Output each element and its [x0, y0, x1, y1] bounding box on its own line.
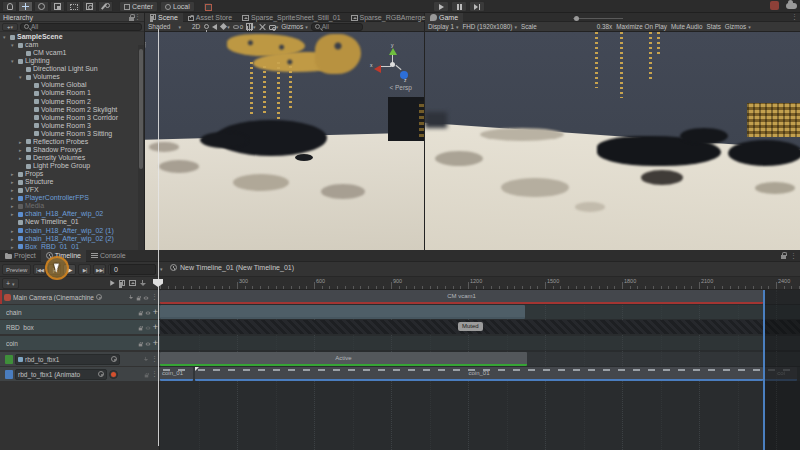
expand-arrow-icon[interactable]: ▸	[19, 138, 24, 146]
collab-alert-icon[interactable]	[770, 1, 779, 10]
timeline-end-marker[interactable]	[763, 290, 765, 450]
lighting-toggle-icon[interactable]	[204, 24, 209, 29]
track-menu-icon[interactable]: ⋮	[151, 371, 158, 377]
scene-visibility-toggle[interactable]: 0	[233, 24, 243, 30]
create-object-button[interactable]: +▾	[2, 23, 18, 31]
expand-arrow-icon[interactable]: ▸	[11, 227, 16, 235]
orientation-gizmo[interactable]: y x z	[374, 46, 410, 82]
track-binding-field[interactable]: rbd_to_fbx1	[15, 354, 120, 365]
cloud-icon[interactable]	[786, 3, 797, 9]
expand-arrow-icon[interactable]: ▸	[11, 210, 16, 218]
scale-slider-track[interactable]	[573, 18, 623, 19]
hierarchy-item[interactable]: Directional Light Sun	[0, 65, 144, 73]
tab-sparse-spritesheet[interactable]: Sparse_SpriteSheet_Still_01	[237, 13, 346, 22]
hierarchy-item[interactable]: Volume Room 1	[0, 89, 144, 97]
expand-arrow-icon[interactable]: ▸	[19, 154, 24, 162]
game-gizmos-dropdown[interactable]: Gizmos▾	[725, 23, 751, 30]
expand-arrow-icon[interactable]: ▾	[11, 41, 16, 49]
hierarchy-item[interactable]: ▾cam	[0, 41, 144, 49]
track-menu-icon[interactable]: ⋮	[151, 356, 158, 362]
step-button[interactable]	[469, 1, 485, 12]
object-picker-icon[interactable]	[96, 294, 102, 300]
hierarchy-item[interactable]: ▸Structure	[0, 178, 144, 186]
hierarchy-item[interactable]: ▸Reflection Probes	[0, 138, 144, 146]
hierarchy-item[interactable]: ▸chain_H18_After_wip_02 (2)	[0, 235, 144, 243]
eye-icon[interactable]	[144, 296, 149, 299]
timeline-clips-area[interactable]: CM vcam1 Muted Active coin_01 coin_01 co…	[160, 290, 800, 450]
x-axis-icon[interactable]	[374, 65, 381, 73]
hierarchy-item[interactable]: ▸VFX	[0, 186, 144, 194]
playhead-line[interactable]	[158, 29, 159, 446]
panel-menu-icon[interactable]: ⋮	[134, 14, 141, 20]
hierarchy-item[interactable]: Volume Room 2	[0, 98, 144, 106]
hierarchy-item[interactable]: Volume Room 3 Corridor	[0, 114, 144, 122]
track-activation[interactable]: rbd_to_fbx1 ⋮	[0, 352, 160, 366]
expand-arrow-icon[interactable]: ▸	[11, 170, 16, 178]
move-tool-button[interactable]	[18, 1, 33, 12]
track-group-chain[interactable]: chain +	[0, 305, 160, 319]
hierarchy-item[interactable]: Volume Room 3 Sitting	[0, 130, 144, 138]
hierarchy-item[interactable]: Light Probe Group	[0, 162, 144, 170]
scene-gizmos-dropdown[interactable]: Gizmos▾	[281, 23, 308, 30]
ripple-edit-icon[interactable]	[129, 280, 136, 286]
frame-options-dropdown[interactable]: ▾	[160, 266, 163, 272]
hierarchy-item[interactable]: ▸Media	[0, 202, 144, 210]
hand-tool-button[interactable]	[2, 1, 17, 12]
display-dropdown[interactable]: Display 1▾	[428, 23, 458, 30]
hierarchy-item[interactable]: ▾Lighting	[0, 57, 144, 65]
transform-tool-button[interactable]	[82, 1, 97, 12]
track-group-coin[interactable]: coin +	[0, 336, 160, 350]
eye-icon[interactable]	[145, 311, 150, 314]
scene-search-input[interactable]: All	[311, 23, 363, 31]
next-frame-button[interactable]: ▶|	[78, 264, 91, 275]
expand-arrow-icon[interactable]: ▸	[11, 202, 16, 210]
camera-dropdown[interactable]: ▾	[269, 24, 279, 30]
clip-edit-mode-icon[interactable]	[119, 280, 125, 286]
audio-toggle-icon[interactable]	[212, 24, 217, 30]
game-viewport[interactable]	[425, 32, 800, 250]
scale-tool-button[interactable]	[50, 1, 65, 12]
rotate-tool-button[interactable]	[34, 1, 49, 12]
current-frame-field[interactable]: 0	[110, 264, 156, 275]
track-binding-field[interactable]: rbd_to_fbx1 (Animato	[15, 369, 107, 380]
expand-arrow-icon[interactable]: ▸	[11, 235, 16, 243]
track-main-camera[interactable]: Main Camera (Cinemachine ⋮	[0, 290, 160, 304]
lock-icon[interactable]	[138, 327, 142, 330]
hierarchy-scrollbar[interactable]	[138, 45, 144, 263]
timeline-asset-header[interactable]: New Timeline_01 (New Timeline_01)	[170, 264, 294, 271]
orientation-toggle-button[interactable]: Local	[160, 1, 195, 12]
clip-chain-group[interactable]	[160, 305, 525, 319]
maximize-on-play-button[interactable]: Maximize On Play	[616, 23, 667, 30]
object-picker-icon[interactable]	[98, 371, 104, 377]
record-button[interactable]	[109, 370, 118, 379]
tab-scene[interactable]: Scene	[145, 13, 183, 22]
tab-console[interactable]: Console	[86, 250, 131, 262]
preview-toggle-button[interactable]: Preview	[2, 264, 31, 275]
custom-tool-button[interactable]	[98, 1, 113, 12]
track-animation[interactable]: rbd_to_fbx1 (Animato ⋮	[0, 367, 160, 381]
hierarchy-item[interactable]: ▸PlayerControllerFPS	[0, 194, 144, 202]
component-tool-icon[interactable]	[259, 23, 266, 30]
hierarchy-item[interactable]: ▸Density Volumes	[0, 154, 144, 162]
clip-cm-vcam1[interactable]: CM vcam1	[160, 290, 763, 304]
scale-slider-knob[interactable]	[574, 16, 579, 21]
2d-toggle[interactable]: 2D	[192, 23, 200, 30]
expand-arrow-icon[interactable]: ▾	[19, 73, 24, 81]
hierarchy-item[interactable]: ▾Volumes	[0, 73, 144, 81]
expand-arrow-icon[interactable]: ▾	[11, 57, 16, 65]
hierarchy-item[interactable]: ▸chain_H18_After_wip_02 (1)	[0, 227, 144, 235]
grid-snap-icon[interactable]	[203, 2, 212, 11]
lock-icon[interactable]	[138, 343, 142, 346]
hierarchy-search-input[interactable]: All	[20, 23, 142, 31]
object-picker-icon[interactable]	[111, 356, 117, 362]
mute-icon[interactable]	[144, 357, 148, 361]
clip-active[interactable]: Active	[160, 352, 527, 366]
panel-menu-icon[interactable]: ⋮	[790, 253, 797, 259]
effects-dropdown[interactable]: ▾	[220, 23, 230, 30]
lock-icon[interactable]	[138, 312, 142, 315]
hierarchy-item[interactable]: ▸chain_H18_After_wip_02	[0, 210, 144, 218]
hierarchy-item[interactable]: ▸Shadow Proxys	[0, 146, 144, 154]
resolution-dropdown[interactable]: FHD (1920x1080)▾	[462, 23, 517, 30]
goto-end-button[interactable]: ▶▶|	[93, 264, 106, 275]
play-button[interactable]	[433, 1, 449, 12]
